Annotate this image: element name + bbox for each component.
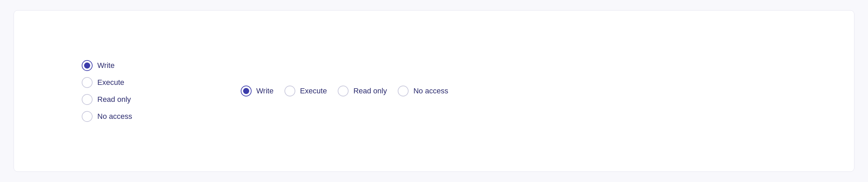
vertical-radio-group: Write Execute Read only No access xyxy=(82,60,132,122)
radio-circle-noaccess-horizontal xyxy=(398,86,409,96)
radio-item-noaccess-vertical[interactable]: No access xyxy=(82,111,132,122)
radio-label-execute-vertical: Execute xyxy=(97,78,124,87)
radio-circle-execute-vertical xyxy=(82,77,93,88)
radio-label-write-vertical: Write xyxy=(97,61,115,70)
horizontal-radio-group: Write Execute Read only No access xyxy=(241,86,448,96)
radio-item-execute-horizontal[interactable]: Execute xyxy=(284,86,327,96)
radio-item-write-vertical[interactable]: Write xyxy=(82,60,132,71)
radio-circle-noaccess-vertical xyxy=(82,111,93,122)
radio-circle-readonly-vertical xyxy=(82,94,93,105)
radio-label-noaccess-vertical: No access xyxy=(97,112,132,121)
radio-item-readonly-horizontal[interactable]: Read only xyxy=(338,86,387,96)
radio-item-readonly-vertical[interactable]: Read only xyxy=(82,94,132,105)
radio-label-execute-horizontal: Execute xyxy=(300,87,327,95)
radio-circle-write-horizontal xyxy=(241,86,252,96)
radio-label-noaccess-horizontal: No access xyxy=(413,87,448,95)
radio-circle-write-vertical xyxy=(82,60,93,71)
radio-item-write-horizontal[interactable]: Write xyxy=(241,86,274,96)
radio-item-execute-vertical[interactable]: Execute xyxy=(82,77,132,88)
radio-label-readonly-horizontal: Read only xyxy=(353,87,387,95)
radio-circle-readonly-horizontal xyxy=(338,86,349,96)
radio-circle-execute-horizontal xyxy=(284,86,295,96)
radio-item-noaccess-horizontal[interactable]: No access xyxy=(398,86,448,96)
radio-label-readonly-vertical: Read only xyxy=(97,95,131,104)
radio-label-write-horizontal: Write xyxy=(256,87,274,95)
permission-container: Write Execute Read only No access Write … xyxy=(14,10,854,172)
